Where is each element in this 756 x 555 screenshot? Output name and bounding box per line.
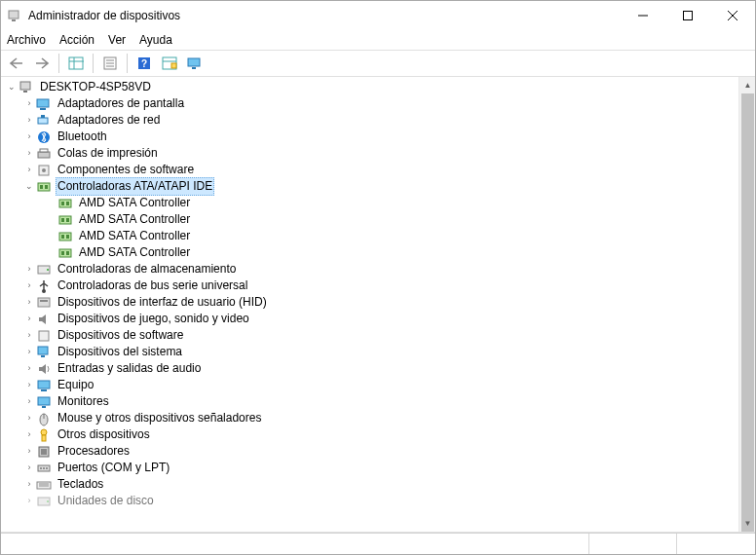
category-print-queues[interactable]: › Colas de impresión — [3, 145, 738, 162]
expand-icon[interactable]: › — [22, 97, 36, 111]
scroll-up-icon[interactable]: ▲ — [739, 77, 755, 93]
computer-icon — [19, 80, 34, 95]
usb-icon — [36, 278, 52, 294]
expand-icon[interactable]: › — [22, 296, 36, 310]
expand-icon[interactable]: › — [22, 114, 36, 128]
category-keyboards[interactable]: › Teclados — [3, 476, 738, 493]
category-label: Teclados — [56, 476, 105, 493]
expand-icon[interactable]: › — [22, 395, 36, 409]
device-tree[interactable]: ⌄ DESKTOP-4SP58VD › Adaptadores de panta… — [1, 77, 738, 532]
expand-icon[interactable]: › — [22, 130, 36, 144]
show-hide-tree-button[interactable] — [64, 53, 88, 74]
expand-icon[interactable]: › — [22, 263, 36, 277]
menu-file[interactable]: Archivo — [7, 33, 46, 47]
category-software-components[interactable]: › Componentes de software — [3, 162, 738, 178]
svg-text:?: ? — [141, 58, 147, 69]
ide-controller-icon — [57, 245, 73, 261]
category-other-devices[interactable]: › Otros dispositivos — [3, 426, 738, 443]
maximize-button[interactable] — [665, 1, 710, 30]
ide-controller-icon — [36, 179, 52, 195]
device-label: AMD SATA Controller — [77, 244, 192, 261]
vertical-scrollbar[interactable]: ▲ ▼ — [738, 77, 755, 532]
expand-icon[interactable]: › — [22, 346, 36, 359]
svg-rect-63 — [41, 449, 47, 455]
svg-rect-42 — [66, 235, 69, 239]
help-button[interactable]: ? — [132, 53, 156, 74]
category-label: Otros dispositivos — [56, 426, 152, 443]
expand-icon[interactable]: › — [22, 428, 36, 442]
category-game-sound-video[interactable]: › Dispositivos de juego, sonido y video — [3, 311, 738, 327]
category-label: Componentes de software — [56, 162, 196, 178]
menu-action[interactable]: Acción — [59, 33, 94, 47]
svg-rect-52 — [38, 347, 48, 354]
svg-rect-51 — [39, 331, 49, 341]
minimize-button[interactable] — [621, 1, 665, 30]
svg-rect-25 — [41, 115, 45, 118]
status-cell — [589, 534, 677, 554]
category-audio-io[interactable]: › Entradas y salidas de audio — [3, 360, 738, 377]
svg-rect-40 — [59, 233, 71, 240]
devices-display-button[interactable] — [183, 53, 207, 74]
expand-icon[interactable]: › — [22, 164, 36, 177]
expand-icon[interactable]: › — [22, 462, 36, 475]
category-monitors[interactable]: › Monitores — [3, 393, 738, 410]
category-network-adapters[interactable]: › Adaptadores de red — [3, 112, 738, 129]
window-controls — [621, 1, 755, 30]
expand-icon[interactable]: › — [22, 279, 36, 293]
menu-help[interactable]: Ayuda — [139, 33, 172, 47]
collapse-icon[interactable]: ⌄ — [5, 81, 19, 94]
mouse-icon — [36, 411, 52, 426]
close-button[interactable] — [710, 1, 755, 30]
expand-icon[interactable]: › — [22, 329, 36, 343]
toolbar-separator — [127, 54, 128, 73]
category-processors[interactable]: › Procesadores — [3, 443, 738, 460]
device-amd-sata-controller[interactable]: AMD SATA Controller — [3, 244, 738, 261]
expand-icon[interactable]: › — [22, 379, 36, 392]
back-button[interactable] — [5, 53, 28, 74]
scroll-thumb[interactable] — [741, 93, 754, 533]
category-hid[interactable]: › Dispositivos de interfaz de usuario (H… — [3, 294, 738, 311]
svg-rect-56 — [38, 397, 50, 405]
tree-root[interactable]: ⌄ DESKTOP-4SP58VD — [3, 79, 738, 95]
category-ide-ata-atapi[interactable]: ⌄ Controladoras ATA/ATAPI IDE — [3, 178, 738, 195]
svg-rect-6 — [69, 57, 83, 69]
status-cell — [677, 534, 755, 554]
expand-icon[interactable]: › — [22, 147, 36, 161]
category-display-adapters[interactable]: › Adaptadores de pantalla — [3, 95, 738, 112]
category-label: Entradas y salidas de audio — [56, 360, 203, 377]
scan-hardware-button[interactable] — [158, 53, 181, 74]
category-storage-controllers[interactable]: › Controladoras de almacenamiento — [3, 261, 738, 278]
category-bluetooth[interactable]: › Bluetooth — [3, 129, 738, 145]
svg-rect-50 — [40, 300, 48, 302]
svg-rect-17 — [171, 63, 176, 68]
expand-icon[interactable]: › — [22, 445, 36, 459]
category-software-devices[interactable]: › Dispositivos de software — [3, 327, 738, 344]
category-computer[interactable]: › Equipo — [3, 377, 738, 393]
expand-icon[interactable]: › — [22, 313, 36, 326]
menubar: Archivo Acción Ver Ayuda — [1, 30, 755, 50]
svg-rect-38 — [61, 218, 64, 222]
scroll-down-icon[interactable]: ▼ — [739, 515, 755, 532]
collapse-icon[interactable]: ⌄ — [22, 180, 36, 194]
svg-rect-1 — [12, 19, 16, 21]
printer-icon — [36, 146, 52, 162]
device-amd-sata-controller[interactable]: AMD SATA Controller — [3, 228, 738, 244]
category-system-devices[interactable]: › Dispositivos del sistema — [3, 344, 738, 360]
menu-view[interactable]: Ver — [108, 33, 126, 47]
category-ports[interactable]: › Puertos (COM y LPT) — [3, 460, 738, 476]
category-label: Mouse y otros dispositivos señaladores — [56, 410, 263, 426]
expand-icon[interactable]: › — [22, 478, 36, 492]
svg-rect-57 — [42, 406, 46, 408]
monitor-icon — [36, 394, 52, 410]
category-disk-drives[interactable]: › Unidades de disco — [3, 493, 738, 509]
expand-icon[interactable]: › — [22, 495, 36, 508]
forward-button[interactable] — [30, 53, 54, 74]
device-amd-sata-controller[interactable]: AMD SATA Controller — [3, 211, 738, 228]
category-usb-controllers[interactable]: › Controladoras de bus serie universal — [3, 278, 738, 294]
expand-icon[interactable]: › — [22, 362, 36, 376]
category-mice[interactable]: › Mouse y otros dispositivos señaladores — [3, 410, 738, 426]
properties-button[interactable] — [98, 53, 122, 74]
device-amd-sata-controller[interactable]: AMD SATA Controller — [3, 195, 738, 211]
window-title: Administrador de dispositivos — [28, 9, 621, 22]
expand-icon[interactable]: › — [22, 412, 36, 426]
